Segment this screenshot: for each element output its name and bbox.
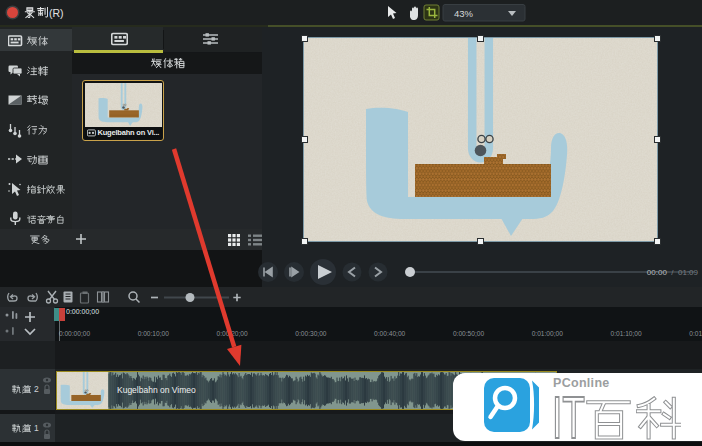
svg-text:43%: 43% [454, 8, 474, 19]
